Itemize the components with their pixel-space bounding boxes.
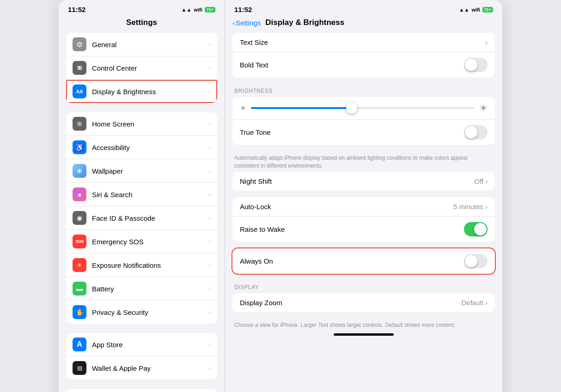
- left-status-icons: ▲▲ wifi 71+: [182, 7, 215, 12]
- wallpaper-label: Wallpaper: [92, 167, 208, 175]
- wallpaper-chevron: ›: [208, 167, 211, 175]
- left-panel: 11:52 ▲▲ wifi 71+ Settings ⚙ General › ⊞…: [59, 0, 225, 392]
- settings-group-4: 🔑 Passwords ›: [66, 389, 217, 392]
- brightness-group: ☀ ☀ True Tone: [232, 97, 495, 145]
- general-chevron: ›: [208, 41, 211, 48]
- right-status-icons: ▲▲ wifi 71+: [459, 7, 493, 12]
- right-panel: 11:52 ▲▲ wifi 71+ ‹ Settings Display & B…: [225, 0, 502, 392]
- accessibility-label: Accessibility: [92, 144, 208, 151]
- text-size-right: ›: [485, 38, 488, 46]
- always-on-label: Always On: [240, 257, 273, 265]
- bold-text-label: Bold Text: [240, 61, 268, 69]
- home-screen-icon: ⊞: [73, 117, 86, 131]
- true-tone-label: True Tone: [240, 128, 271, 136]
- true-tone-toggle[interactable]: [464, 125, 488, 139]
- back-button[interactable]: ‹ Settings: [232, 19, 261, 27]
- settings-group-2: ⊞ Home Screen › ♿ Accessibility › ❀ Wall…: [66, 112, 217, 324]
- row-accessibility[interactable]: ♿ Accessibility ›: [66, 136, 217, 159]
- exposure-label: Exposure Notifications: [92, 261, 208, 269]
- raise-to-wake-row: Raise to Wake: [232, 217, 495, 242]
- row-emergency-sos[interactable]: SOS Emergency SOS ›: [66, 230, 217, 253]
- row-wallpaper[interactable]: ❀ Wallpaper ›: [66, 159, 217, 183]
- brightness-slider[interactable]: [251, 107, 475, 109]
- sun-large-icon: ☀: [479, 103, 488, 114]
- battery-badge: 71+: [205, 7, 215, 12]
- exposure-chevron: ›: [208, 261, 211, 269]
- always-on-group: Always On: [232, 248, 495, 274]
- row-privacy[interactable]: ✋ Privacy & Security ›: [66, 301, 217, 324]
- row-exposure[interactable]: ✳ Exposure Notifications ›: [66, 253, 217, 277]
- text-size-chevron: ›: [485, 38, 488, 46]
- brightness-row[interactable]: ☀ ☀: [232, 97, 495, 120]
- always-on-row: Always On: [232, 248, 495, 274]
- right-signal-icon: ▲▲: [459, 7, 470, 12]
- true-tone-description: Automatically adapt iPhone display based…: [232, 151, 495, 172]
- display-label: Display & Brightness: [92, 88, 208, 96]
- app-store-chevron: ›: [208, 341, 211, 348]
- row-control-center[interactable]: ⊞ Control Center ›: [66, 56, 217, 80]
- wifi-icon: wifi: [194, 7, 202, 12]
- display-zoom-group: Display Zoom Default ›: [232, 293, 495, 312]
- display-zoom-value: Default: [461, 299, 483, 307]
- battery-chevron: ›: [208, 285, 211, 292]
- right-page-title: Display & Brightness: [265, 18, 344, 27]
- text-size-row[interactable]: Text Size ›: [232, 33, 495, 52]
- display-zoom-right: Default ›: [461, 299, 488, 307]
- auto-lock-row[interactable]: Auto-Lock 5 minutes ›: [232, 197, 495, 217]
- row-app-store[interactable]: A App Store ›: [66, 333, 217, 356]
- bold-text-toggle[interactable]: [464, 58, 488, 72]
- text-group: Text Size › Bold Text: [232, 33, 495, 78]
- face-id-chevron: ›: [208, 214, 211, 222]
- brightness-thumb: [346, 103, 357, 114]
- display-zoom-label: Display Zoom: [240, 299, 282, 307]
- row-display-brightness[interactable]: AA Display & Brightness ›: [66, 80, 217, 103]
- always-on-toggle[interactable]: [464, 254, 488, 268]
- emergency-sos-chevron: ›: [208, 238, 211, 245]
- raise-to-wake-thumb: [474, 223, 487, 235]
- row-home-screen[interactable]: ⊞ Home Screen ›: [66, 112, 217, 136]
- right-status-bar: 11:52 ▲▲ wifi 71+: [225, 0, 502, 16]
- bold-text-row: Bold Text: [232, 52, 495, 78]
- auto-lock-chevron: ›: [485, 203, 488, 211]
- auto-lock-label: Auto-Lock: [240, 203, 271, 211]
- siri-label: Siri & Search: [92, 191, 208, 199]
- wallet-label: Wallet & Apple Pay: [92, 364, 208, 372]
- wallet-chevron: ›: [208, 364, 211, 372]
- settings-group-3: A App Store › ▤ Wallet & Apple Pay ›: [66, 333, 217, 380]
- siri-icon: ◉: [73, 187, 86, 201]
- row-face-id[interactable]: ◉ Face ID & Passcode ›: [66, 206, 217, 230]
- night-shift-row[interactable]: Night Shift Off ›: [232, 172, 495, 191]
- home-screen-label: Home Screen: [92, 120, 208, 128]
- night-shift-chevron: ›: [485, 177, 488, 185]
- right-content: Text Size › Bold Text BRIGHTNESS ☀: [225, 33, 502, 392]
- true-tone-row: True Tone: [232, 120, 495, 145]
- face-id-icon: ◉: [73, 211, 86, 225]
- display-zoom-row[interactable]: Display Zoom Default ›: [232, 293, 495, 312]
- row-general[interactable]: ⚙ General ›: [66, 33, 217, 56]
- raise-to-wake-toggle[interactable]: [464, 222, 488, 236]
- control-center-icon: ⊞: [73, 61, 86, 75]
- accessibility-icon: ♿: [73, 140, 86, 154]
- general-icon: ⚙: [73, 37, 86, 51]
- autolock-group: Auto-Lock 5 minutes › Raise to Wake: [232, 197, 495, 242]
- night-shift-value: Off: [474, 177, 483, 185]
- right-battery-badge: 71+: [482, 7, 493, 12]
- wallet-icon: ▤: [73, 361, 86, 375]
- row-wallet[interactable]: ▤ Wallet & Apple Pay ›: [66, 356, 217, 380]
- row-passwords[interactable]: 🔑 Passwords ›: [66, 389, 217, 392]
- row-battery[interactable]: ▬ Battery ›: [66, 277, 217, 301]
- battery-icon: ▬: [73, 282, 86, 296]
- accessibility-chevron: ›: [208, 144, 211, 151]
- row-siri[interactable]: ◉ Siri & Search ›: [66, 183, 217, 206]
- privacy-label: Privacy & Security: [92, 308, 208, 316]
- left-status-bar: 11:52 ▲▲ wifi 71+: [59, 0, 225, 16]
- display-zoom-chevron: ›: [485, 299, 488, 307]
- signal-icon: ▲▲: [182, 7, 192, 12]
- display-icon: AA: [73, 84, 86, 98]
- home-screen-chevron: ›: [208, 120, 211, 127]
- app-store-label: App Store: [92, 341, 208, 349]
- display-zoom-description: Choose a view for iPhone. Larger Text sh…: [232, 319, 495, 331]
- exposure-icon: ✳: [73, 258, 86, 272]
- brightness-fill: [251, 107, 352, 109]
- bold-text-thumb: [465, 59, 477, 71]
